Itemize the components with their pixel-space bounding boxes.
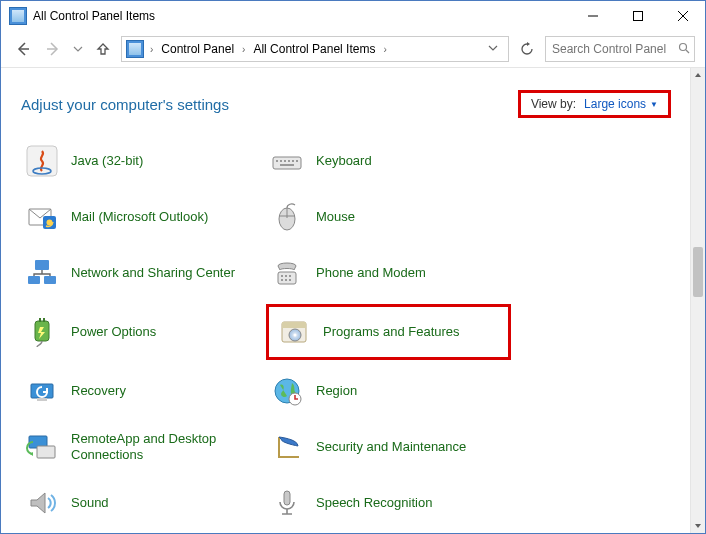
- item-java[interactable]: Java (32-bit): [21, 136, 266, 186]
- minimize-button[interactable]: [570, 1, 615, 31]
- svg-rect-23: [281, 279, 283, 281]
- search-input[interactable]: [550, 41, 674, 57]
- address-dropdown[interactable]: [482, 42, 504, 56]
- breadcrumb-segment[interactable]: All Control Panel Items: [249, 42, 379, 56]
- svg-rect-21: [285, 275, 287, 277]
- svg-rect-0: [633, 12, 642, 21]
- network-icon: [23, 254, 61, 292]
- close-button[interactable]: [660, 1, 705, 31]
- search-box[interactable]: [545, 36, 695, 62]
- svg-rect-6: [280, 160, 282, 162]
- item-label: Java (32-bit): [71, 153, 143, 169]
- chevron-right-icon[interactable]: ›: [148, 44, 155, 55]
- sound-icon: [23, 484, 61, 522]
- svg-rect-17: [28, 276, 40, 284]
- item-network[interactable]: Network and Sharing Center: [21, 248, 266, 298]
- window: All Control Panel Items › Control Panel: [0, 0, 706, 534]
- view-by-value[interactable]: Large icons ▼: [584, 97, 658, 111]
- item-programs[interactable]: Programs and Features: [266, 304, 511, 360]
- items-grid: Java (32-bit) Keyboard Mail (Microsoft O…: [1, 132, 691, 533]
- item-label: Mouse: [316, 209, 355, 225]
- svg-rect-39: [284, 491, 290, 505]
- nav-back-button[interactable]: [11, 37, 35, 61]
- svg-rect-22: [289, 275, 291, 277]
- remoteapp-icon: [23, 428, 61, 466]
- svg-rect-26: [35, 321, 49, 341]
- item-label: Sound: [71, 495, 109, 511]
- chevron-right-icon[interactable]: ›: [381, 44, 388, 55]
- svg-rect-7: [284, 160, 286, 162]
- item-label: RemoteApp and Desktop Connections: [71, 431, 241, 462]
- item-label: Recovery: [71, 383, 126, 399]
- refresh-button[interactable]: [515, 37, 539, 61]
- item-phone[interactable]: Phone and Modem: [266, 248, 511, 298]
- scroll-thumb[interactable]: [693, 247, 703, 297]
- scroll-up-button[interactable]: [691, 68, 705, 82]
- programs-icon: [275, 313, 313, 351]
- titlebar: All Control Panel Items: [1, 1, 705, 31]
- item-power[interactable]: Power Options: [21, 304, 266, 360]
- item-remoteapp[interactable]: RemoteApp and Desktop Connections: [21, 422, 266, 472]
- address-bar[interactable]: › Control Panel › All Control Panel Item…: [121, 36, 509, 62]
- svg-rect-4: [273, 157, 301, 169]
- item-label: Speech Recognition: [316, 495, 432, 511]
- navigation-row: › Control Panel › All Control Panel Item…: [1, 31, 705, 68]
- mail-icon: [23, 198, 61, 236]
- item-mail[interactable]: Mail (Microsoft Outlook): [21, 192, 266, 242]
- keyboard-icon: [268, 142, 306, 180]
- java-icon: [23, 142, 61, 180]
- item-label: Power Options: [71, 324, 156, 340]
- nav-up-button[interactable]: [91, 37, 115, 61]
- scroll-down-button[interactable]: [691, 519, 705, 533]
- item-region[interactable]: Region: [266, 366, 511, 416]
- svg-rect-11: [280, 164, 294, 166]
- content-area: Adjust your computer's settings View by:…: [1, 68, 705, 533]
- svg-rect-24: [285, 279, 287, 281]
- dropdown-icon: ▼: [650, 100, 658, 109]
- control-panel-icon: [126, 40, 144, 58]
- svg-rect-19: [278, 272, 296, 284]
- svg-rect-27: [39, 318, 41, 322]
- item-security[interactable]: Security and Maintenance: [266, 422, 511, 472]
- svg-point-32: [294, 334, 297, 337]
- scroll-track[interactable]: [691, 82, 705, 519]
- region-icon: [268, 372, 306, 410]
- svg-rect-8: [288, 160, 290, 162]
- svg-rect-16: [35, 260, 49, 270]
- chevron-right-icon[interactable]: ›: [240, 44, 247, 55]
- svg-rect-38: [37, 446, 55, 458]
- security-icon: [268, 428, 306, 466]
- search-icon: [678, 42, 690, 57]
- item-label: Security and Maintenance: [316, 439, 466, 455]
- view-by-label: View by:: [531, 97, 576, 111]
- power-icon: [23, 313, 61, 351]
- svg-rect-5: [276, 160, 278, 162]
- svg-rect-25: [289, 279, 291, 281]
- svg-rect-10: [296, 160, 298, 162]
- svg-point-1: [680, 43, 687, 50]
- nav-forward-button[interactable]: [41, 37, 65, 61]
- svg-rect-18: [44, 276, 56, 284]
- svg-rect-28: [43, 318, 45, 322]
- item-label: Mail (Microsoft Outlook): [71, 209, 208, 225]
- view-by-control[interactable]: View by: Large icons ▼: [518, 90, 671, 118]
- vertical-scrollbar[interactable]: [690, 68, 705, 533]
- svg-rect-20: [281, 275, 283, 277]
- phone-icon: [268, 254, 306, 292]
- item-keyboard[interactable]: Keyboard: [266, 136, 511, 186]
- item-label: Network and Sharing Center: [71, 265, 235, 281]
- item-speech[interactable]: Speech Recognition: [266, 478, 511, 528]
- item-sound[interactable]: Sound: [21, 478, 266, 528]
- svg-rect-30: [282, 322, 306, 328]
- item-label: Region: [316, 383, 357, 399]
- maximize-button[interactable]: [615, 1, 660, 31]
- item-recovery[interactable]: Recovery: [21, 366, 266, 416]
- breadcrumb-segment[interactable]: Control Panel: [157, 42, 238, 56]
- page-heading: Adjust your computer's settings: [21, 96, 229, 113]
- item-label: Programs and Features: [323, 324, 460, 340]
- item-mouse[interactable]: Mouse: [266, 192, 511, 242]
- svg-rect-9: [292, 160, 294, 162]
- recovery-icon: [23, 372, 61, 410]
- nav-recent-dropdown[interactable]: [71, 37, 85, 61]
- item-label: Phone and Modem: [316, 265, 426, 281]
